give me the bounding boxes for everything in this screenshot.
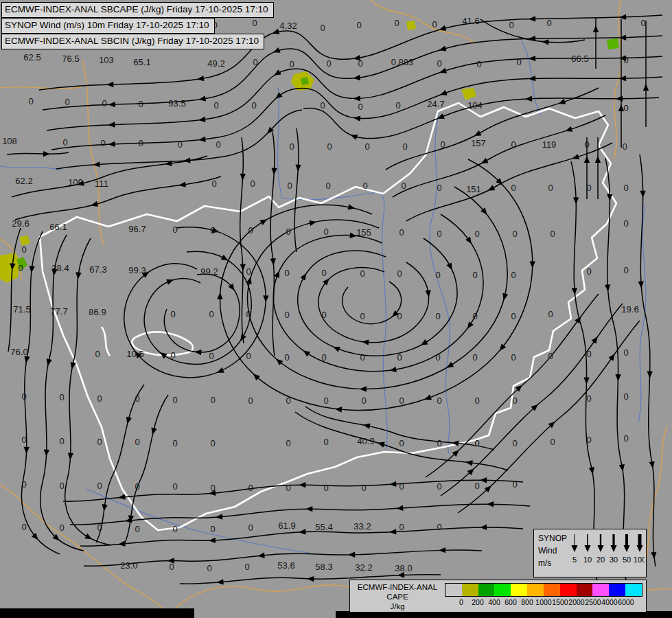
streamline-arrowhead xyxy=(439,68,447,76)
streamline-arrowhead xyxy=(557,99,566,106)
streamline-arrowhead xyxy=(108,102,115,108)
station-value: 0 xyxy=(546,18,551,28)
station-value: 0 xyxy=(623,347,628,358)
station-value: 40.9 xyxy=(357,436,374,446)
station-value: 19.6 xyxy=(621,304,638,314)
streamline-arrowhead xyxy=(583,378,590,385)
streamline-arrowhead xyxy=(595,156,601,163)
station-value: 0 xyxy=(21,435,26,445)
station-value: 0 xyxy=(97,523,102,533)
station-value: 0 xyxy=(360,352,364,363)
streamline xyxy=(124,395,168,546)
streamline-arrowhead xyxy=(573,197,579,204)
station-value: 0 xyxy=(246,309,251,319)
station-value: 67.3 xyxy=(89,264,106,275)
station-value: 0 xyxy=(97,437,102,447)
streamline-arrowhead xyxy=(425,290,431,298)
station-value: 0 xyxy=(320,100,325,111)
station-value: 66.5 xyxy=(571,54,588,64)
streamline xyxy=(270,132,275,356)
streamline-arrowhead xyxy=(529,16,535,22)
cape-tick-label: 800 xyxy=(521,598,533,606)
station-value: 61.9 xyxy=(278,520,295,531)
station-value: 0 xyxy=(640,18,645,28)
station-value: 0 xyxy=(210,483,215,493)
station-value: 0 xyxy=(250,179,255,189)
streamline-arrowhead xyxy=(118,494,126,500)
station-value: 76.0 xyxy=(10,347,27,357)
streamline-arrowhead xyxy=(619,14,626,21)
station-value: 38.4 xyxy=(51,263,69,273)
streamline-arrowhead xyxy=(305,506,312,512)
weather-map-canvas: 004.32000041.600062.576.510365.149.20000… xyxy=(0,0,672,618)
streamline-arrowhead xyxy=(271,168,277,175)
cape-color-cell xyxy=(445,584,462,596)
streamline xyxy=(63,480,523,501)
station-value: 0 xyxy=(401,181,406,191)
station-value: 0 xyxy=(97,393,102,404)
station-value: 0 xyxy=(321,310,326,320)
station-value: 0 xyxy=(437,396,441,406)
streamline-arrowhead xyxy=(525,96,532,102)
station-value: 0 xyxy=(472,270,477,280)
station-value: 71.5 xyxy=(13,304,30,314)
station-value: 0 xyxy=(358,58,362,69)
station-value: 0 xyxy=(135,393,139,404)
station-value: 0 xyxy=(21,522,26,532)
streamline-arrowhead xyxy=(43,151,50,157)
station-value: 0 xyxy=(516,57,521,67)
streamline-arrowhead xyxy=(446,262,454,271)
station-value: 0 xyxy=(435,352,440,363)
station-value: 0 xyxy=(472,352,477,363)
station-value: 0 xyxy=(248,523,253,533)
station-value: 0 xyxy=(135,524,139,534)
streamline xyxy=(343,282,402,324)
streamline-arrowhead xyxy=(216,367,224,376)
streamline-arrowhead xyxy=(389,481,397,488)
country-border-tan xyxy=(82,60,104,246)
station-value: 0 xyxy=(216,139,220,150)
cape-color-cell xyxy=(609,584,625,596)
station-value: 0 xyxy=(397,268,402,279)
station-value: 0 xyxy=(550,437,555,447)
streamline-arrowhead xyxy=(501,293,509,301)
cape-tick-label: 0 xyxy=(459,598,463,606)
streamline xyxy=(298,238,457,356)
streamline xyxy=(144,251,251,364)
streamline-arrowhead xyxy=(619,76,626,82)
bottom-black-bar-left xyxy=(0,608,194,618)
station-value: 0 xyxy=(100,138,105,148)
station-value: 0 xyxy=(358,102,362,112)
cape-patch xyxy=(406,21,416,30)
cape-tick-label: 1500 xyxy=(552,598,568,606)
title-line-sbcape: ECMWF-INDEX-ANAL SBCAPE (J/kg) Friday 17… xyxy=(1,2,274,18)
station-value: 0 xyxy=(512,438,517,448)
streamline-arrowhead xyxy=(438,45,446,53)
streamline-arrowhead xyxy=(480,477,487,483)
station-value: 0 xyxy=(437,229,441,239)
station-value: 0 xyxy=(360,268,364,279)
streamline-arrowhead xyxy=(194,349,202,355)
country-border-tan xyxy=(614,0,621,159)
streamline-arrowhead xyxy=(106,82,113,88)
station-value: 99.3 xyxy=(128,265,146,275)
station-value: 0 xyxy=(509,20,513,30)
cape-legend-title-line2: CAPE xyxy=(350,592,445,602)
station-value: 0 xyxy=(138,99,143,109)
station-value: 0 xyxy=(172,481,177,492)
station-value: 0 xyxy=(172,395,177,405)
station-value: 0 xyxy=(437,522,441,532)
streamline-arrowhead xyxy=(257,553,265,559)
cape-patch xyxy=(301,77,309,85)
station-value: 0 xyxy=(21,391,26,402)
streamline-arrowhead xyxy=(75,272,82,279)
station-value: 0 xyxy=(248,483,253,493)
station-value: 0 xyxy=(246,351,251,361)
station-value: 0 xyxy=(361,396,366,406)
streamline-arrowhead xyxy=(419,339,428,347)
station-value: 96.7 xyxy=(128,224,146,234)
station-value: 0 xyxy=(248,225,253,236)
cape-patch xyxy=(461,88,476,100)
streamline-arrowhead xyxy=(593,25,599,32)
station-value: 65.1 xyxy=(133,57,150,67)
